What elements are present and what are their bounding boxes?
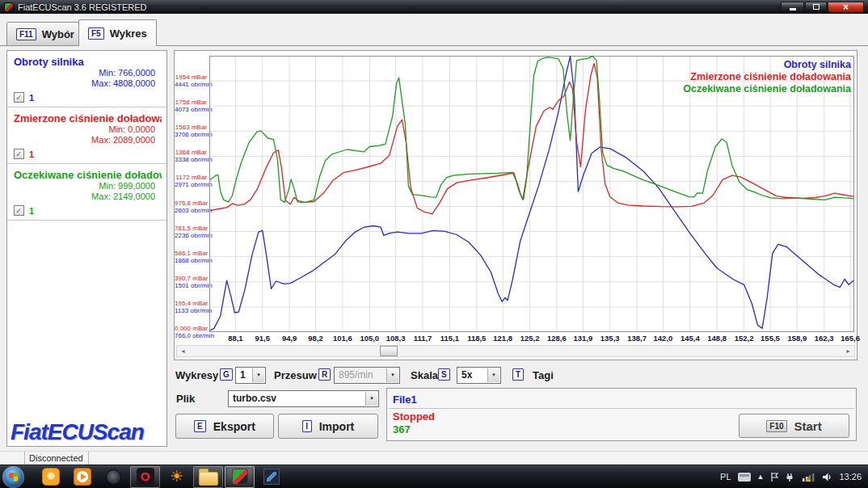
start-key-badge: F10 xyxy=(766,420,786,432)
skala-key-badge: S xyxy=(438,368,450,381)
app-window-icon xyxy=(263,469,280,485)
wykresy-select[interactable]: 1 ▼ xyxy=(235,367,266,384)
plik-label: Plik xyxy=(176,393,195,405)
signal-min: Min: 999,0000 xyxy=(14,181,162,191)
chart-panel: 0,000 mBar766,0 obr/min195,4 mBar1133 ob… xyxy=(174,50,857,360)
y-axis-label-pair: 1368 mBar3338 obr/min xyxy=(175,149,207,163)
y-axis-label-pair: 1563 mBar3706 obr/min xyxy=(175,124,207,138)
signal-channel: 1 xyxy=(29,206,34,216)
y-axis-label-pair: 1172 mBar2971 obr/min xyxy=(175,174,207,188)
taskbar-icons: O☀ xyxy=(36,466,286,488)
network-warning-icon[interactable] xyxy=(802,472,815,482)
plot-wrap: Obroty silnikaZmierzone ciśnienie dołado… xyxy=(209,56,854,332)
przesuw-label: Przesuw xyxy=(274,369,317,381)
signal-list: Obroty silnika Min: 766,0000 Max: 4808,0… xyxy=(7,51,166,221)
tagi-label: Tagi xyxy=(533,369,554,381)
przesuw-value: 895/min xyxy=(339,369,373,381)
skala-select[interactable]: 5x ▼ xyxy=(457,367,501,384)
y-axis-label-pair: 781,5 mBar2236 obr/min xyxy=(175,225,207,239)
skala-value: 5x xyxy=(461,369,472,381)
taskbar-item-fiatecuscan-app[interactable] xyxy=(225,466,255,488)
show-hidden-icons[interactable]: ▲ xyxy=(757,473,765,481)
signal-row: Obroty silnika Min: 766,0000 Max: 4808,0… xyxy=(7,51,166,107)
signal-row: Zmierzone ciśnienie doładowania Min: 0,0… xyxy=(7,107,166,164)
taskbar-item-explorer-folder[interactable] xyxy=(193,466,223,488)
import-button[interactable]: I Import xyxy=(278,414,378,439)
signal-checkbox[interactable]: ✓ xyxy=(14,205,24,216)
opera-browser-icon: O xyxy=(137,468,154,486)
start-orb-icon[interactable] xyxy=(2,466,24,488)
file-value: turbo.csv xyxy=(233,393,276,404)
media-player-icon xyxy=(74,468,91,486)
chevron-down-icon: ▼ xyxy=(487,368,499,382)
signal-title: Zmierzone ciśnienie doładowania xyxy=(14,112,162,124)
disc-app-icon xyxy=(106,469,121,485)
bottom-panel: Plik turbo.csv ▼ E Eksport I Import File… xyxy=(174,388,857,441)
tab-wybor-label: Wybór xyxy=(42,28,74,40)
signal-channel: 1 xyxy=(29,93,34,103)
speaker-icon[interactable] xyxy=(822,472,832,482)
chart-legend: Obroty silnikaZmierzone ciśnienie dołado… xyxy=(683,59,851,95)
start-button[interactable]: F10 Start xyxy=(739,414,849,438)
eksport-label: Eksport xyxy=(213,420,255,433)
import-key-badge: I xyxy=(302,420,312,432)
signal-max: Max: 2149,0000 xyxy=(14,191,162,202)
app-icon xyxy=(4,2,14,12)
taskbar-item-opera-browser[interactable]: O xyxy=(130,466,160,488)
y-axis-label-pair: 390,7 mBar1501 obr/min xyxy=(175,275,207,289)
close-button[interactable]: × xyxy=(828,2,864,13)
chevron-down-icon: ▼ xyxy=(386,368,398,382)
scrollbar-thumb[interactable] xyxy=(380,346,398,356)
tab-wybor[interactable]: F11 Wybór xyxy=(6,22,84,45)
chart-controls: Wykresy G 1 ▼ Przesuw R 895/min ▼ Skala … xyxy=(174,366,857,385)
signal-checkbox[interactable]: ✓ xyxy=(14,92,24,103)
clock[interactable]: 13:26 xyxy=(839,472,862,482)
eksport-button[interactable]: E Eksport xyxy=(175,414,274,439)
wykresy-key-badge: G xyxy=(220,368,233,381)
record-panel: File1 Stopped 367 F10 Start xyxy=(386,388,857,441)
signal-channel: 1 xyxy=(29,149,34,159)
y-axis-label-pair: 1954 mBar4441 obr/min xyxy=(175,74,207,88)
flag-icon[interactable] xyxy=(770,472,779,482)
restore-button[interactable] xyxy=(805,2,827,13)
taskbar-item-sun-app[interactable]: ☀ xyxy=(162,466,192,488)
y-axis-label-pair: 976,8 mBar2603 obr/min xyxy=(175,200,207,214)
signal-checkbox[interactable]: ✓ xyxy=(14,149,24,159)
record-counter: 367 xyxy=(393,423,411,435)
taskbar-item-disc-app[interactable] xyxy=(99,466,129,488)
start-label: Start xyxy=(794,419,822,433)
minimize-button[interactable] xyxy=(781,2,804,13)
keyboard-icon[interactable] xyxy=(738,473,751,482)
plug-icon[interactable] xyxy=(786,472,795,482)
file-select[interactable]: turbo.csv ▼ xyxy=(228,390,379,407)
taskbar-item-media-player[interactable] xyxy=(67,466,97,488)
restore-icon xyxy=(813,4,820,10)
taskbar-item-mail-app[interactable] xyxy=(36,466,65,488)
wykresy-value: 1 xyxy=(240,369,246,381)
record-file-name: File1 xyxy=(389,390,854,409)
fiatecuscan-app-icon xyxy=(232,469,248,485)
y-axis-label-pair: 586,1 mBar1868 obr/min xyxy=(175,250,207,264)
close-icon: × xyxy=(843,2,849,12)
tab-wykres[interactable]: F5 Wykres xyxy=(78,19,157,46)
tagi-key-badge: T xyxy=(512,368,524,381)
sun-app-icon: ☀ xyxy=(170,468,183,486)
scroll-left-icon[interactable]: ◄ xyxy=(177,346,189,356)
plot-area[interactable] xyxy=(209,56,854,332)
przesuw-key-badge: R xyxy=(318,368,331,381)
record-state: Stopped xyxy=(393,410,435,423)
chevron-down-icon: ▼ xyxy=(252,368,264,382)
legend-entry: Oczekiwane ciśnienie doładowania xyxy=(683,83,851,95)
y-axis-labels: 0,000 mBar766,0 obr/min195,4 mBar1133 ob… xyxy=(175,51,209,361)
title-bar: FiatECUScan 3.6 REGISTERED × xyxy=(0,0,868,14)
explorer-folder-icon xyxy=(199,472,218,486)
eksport-key-badge: E xyxy=(194,420,206,432)
chevron-down-icon: ▼ xyxy=(365,392,377,406)
chart-scrollbar[interactable]: ◄ ► xyxy=(176,345,855,357)
taskbar-item-app-window[interactable] xyxy=(256,466,286,488)
y-axis-label-pair: 195,4 mBar1133 obr/min xyxy=(175,300,207,314)
fiatecuscan-logo: FiatECUScan xyxy=(11,419,144,445)
scroll-right-icon[interactable]: ► xyxy=(842,346,854,356)
signal-max: Max: 4808,0000 xyxy=(14,78,162,89)
language-indicator[interactable]: PL xyxy=(720,472,731,482)
